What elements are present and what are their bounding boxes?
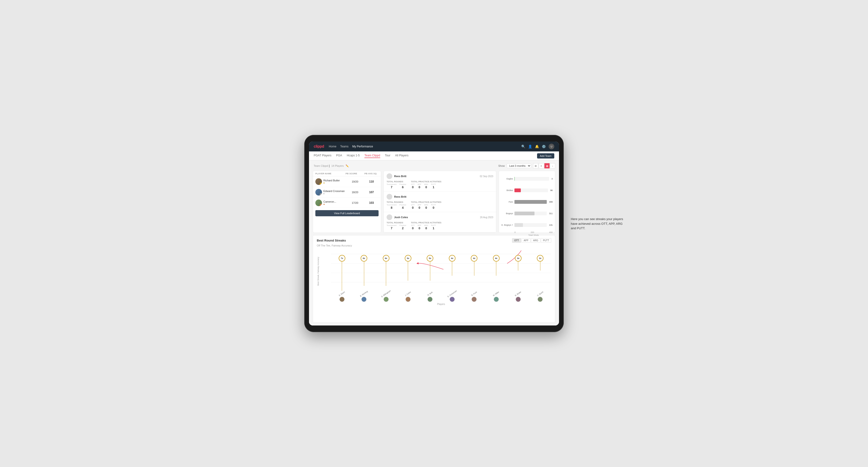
streak-bubble-4: 5x — [427, 255, 433, 261]
streaks-title: Best Round Streaks — [317, 239, 346, 242]
streak-avatar-9 — [537, 297, 543, 302]
pb-score-header: PB SCORE — [346, 173, 365, 175]
tab-tour[interactable]: Tour — [385, 154, 390, 158]
player-name-1: Richard Butler — [323, 179, 340, 182]
streaks-subtitle: Off The Tee, Fairway Accuracy — [317, 244, 551, 247]
table-row[interactable]: 2 Edward Crossman ♦ 18/20 107 — [313, 187, 381, 198]
practice-activities-group-3: Total Practice Activities OTT 0 APP — [411, 221, 441, 230]
round-stats-3: Total Rounds Tournament 7 Practice — [386, 221, 493, 230]
streak-line-4 — [430, 261, 430, 281]
team-controls: Show Last 3 months ⊞ ≡ ▦ ↓ — [498, 163, 555, 168]
table-row[interactable]: 3 Cameron... ♣ 17/20 103 — [313, 198, 381, 208]
player-2: 2 Edward Crossman ♦ — [315, 189, 346, 195]
table-view-button[interactable]: ▦ — [545, 163, 550, 168]
streak-pin-9: 3x — [529, 255, 551, 291]
filter-arg-button[interactable]: ARG — [531, 238, 540, 243]
eagles-label: Eagles — [501, 178, 513, 180]
bell-icon[interactable]: 🔔 — [535, 145, 539, 148]
period-select[interactable]: Last 3 months — [507, 163, 531, 168]
streak-label-2: D. Billingham — [375, 293, 397, 302]
pars-bar-container — [515, 200, 547, 204]
tab-all-players[interactable]: All Players — [395, 154, 408, 158]
streak-pin-3: 5x — [397, 255, 419, 291]
bogeys-value: 311 — [549, 212, 553, 215]
round-avatar-1 — [386, 173, 392, 179]
streak-pins: 7x 6x 6x 5x 5x 4x 4x 4x 3x 3x — [331, 255, 551, 291]
round-date-1: 02 Sep 2023 — [480, 175, 493, 178]
settings-icon[interactable]: ⚙️ — [542, 145, 546, 148]
round-card-header-3: Josh Coles 26 Aug 2023 — [386, 214, 493, 220]
pb-avg-2: 107 — [365, 191, 379, 194]
streak-x-label: Players — [331, 303, 551, 305]
dbogeys-bar-fill — [515, 223, 523, 227]
chart-x-axis: 0 200 400 — [515, 231, 553, 234]
streak-label-0: E. Ebert — [331, 293, 353, 302]
streak-avatar-2 — [383, 297, 389, 302]
nav-teams[interactable]: Teams — [340, 145, 348, 148]
streak-bubble-6: 4x — [471, 255, 477, 261]
view-full-leaderboard-button[interactable]: View Full Leaderboard — [315, 210, 379, 216]
content-panels: PLAYER NAME PB SCORE PB AVG SQ 1 — [313, 171, 555, 233]
streak-pin-4: 5x — [419, 255, 441, 291]
eagles-value: 3 — [552, 178, 553, 180]
table-row[interactable]: 1 Richard Butler ♥ 19/20 110 — [313, 177, 381, 187]
pb-avg-1: 110 — [365, 180, 379, 183]
streak-bubble-7: 4x — [493, 255, 500, 261]
sub-nav-links: PGAT Players PGA Hcaps 1-5 Team Clippd T… — [314, 154, 408, 158]
chart-x-title: Total Shots — [515, 234, 553, 236]
nav-my-performance[interactable]: My Performance — [352, 145, 373, 148]
avatar: 1 — [315, 178, 322, 185]
streak-label-8: R. Butler — [507, 293, 529, 302]
streak-label-9: C. Quick — [529, 293, 551, 302]
list-view-button[interactable]: ≡ — [539, 163, 544, 168]
player-name-label-3: J. Coles — [405, 291, 412, 297]
leaderboard-header: PLAYER NAME PB SCORE PB AVG SQ — [313, 171, 381, 177]
birdies-bar-container — [515, 188, 548, 192]
eagles-bar-row: Eagles 3 — [501, 177, 553, 181]
edit-team-icon[interactable]: ✏️ — [346, 164, 349, 167]
tab-team-clippd[interactable]: Team Clippd — [365, 154, 380, 158]
team-header: Team Clippd | 14 Players ✏️ Show Last 3 … — [313, 163, 555, 168]
birdies-bar-fill — [515, 188, 521, 192]
player-name-label-6: B. Ford — [471, 291, 477, 296]
bogeys-bar-row: Bogeys 311 — [501, 212, 553, 215]
top-navigation: clippd Home Teams My Performance 🔍 👤 🔔 ⚙… — [309, 142, 559, 151]
search-icon[interactable]: 🔍 — [521, 145, 525, 148]
streak-line-9 — [540, 261, 540, 271]
main-content: Team Clippd | 14 Players ✏️ Show Last 3 … — [309, 160, 559, 325]
round-stats-1: Total Rounds Tournament 7 Practice — [386, 181, 493, 189]
streak-avatar-6 — [471, 297, 477, 302]
dbogeys-bar-row: D. Bogeys + 131 — [501, 223, 553, 227]
streak-avatar-7 — [494, 297, 499, 302]
team-title: Team Clippd | 14 Players — [313, 164, 344, 167]
pars-label: Pars — [501, 201, 513, 203]
tab-hcaps[interactable]: Hcaps 1-5 — [347, 154, 360, 158]
tab-pgat-players[interactable]: PGAT Players — [314, 154, 331, 158]
streak-line-1 — [364, 261, 364, 286]
streak-line-5 — [452, 261, 452, 276]
filter-putt-button[interactable]: PUTT — [541, 238, 551, 243]
people-icon[interactable]: 👤 — [528, 145, 532, 148]
nav-home[interactable]: Home — [329, 145, 336, 148]
add-team-button[interactable]: Add Team — [537, 153, 554, 158]
user-avatar[interactable]: U — [549, 144, 554, 149]
player-name-header: PLAYER NAME — [315, 173, 346, 175]
pb-avg-3: 103 — [365, 201, 379, 205]
pb-avg-header: PB AVG SQ — [365, 173, 379, 175]
x-label-400: 400 — [549, 231, 553, 234]
streak-pin-5: 4x — [441, 255, 463, 291]
eagles-bar-container — [515, 177, 549, 181]
player-name-label-0: E. Ebert — [338, 291, 345, 297]
round-card-header-2: Rees Britt — [386, 194, 493, 199]
pb-score-1: 19/20 — [346, 180, 365, 183]
export-button[interactable]: ↓ — [550, 163, 555, 168]
streak-line-0 — [342, 261, 342, 291]
round-player-name-1: Rees Britt — [394, 175, 406, 178]
tab-pga[interactable]: PGA — [336, 154, 342, 158]
streak-bubble-5: 4x — [449, 255, 456, 261]
pars-bar-fill — [515, 200, 547, 204]
streak-y-label: Best Streak, Fairway Accuracy — [317, 257, 319, 286]
grid-view-button[interactable]: ⊞ — [533, 163, 538, 168]
filter-app-button[interactable]: APP — [522, 238, 530, 243]
filter-ott-button[interactable]: OTT — [512, 238, 521, 243]
